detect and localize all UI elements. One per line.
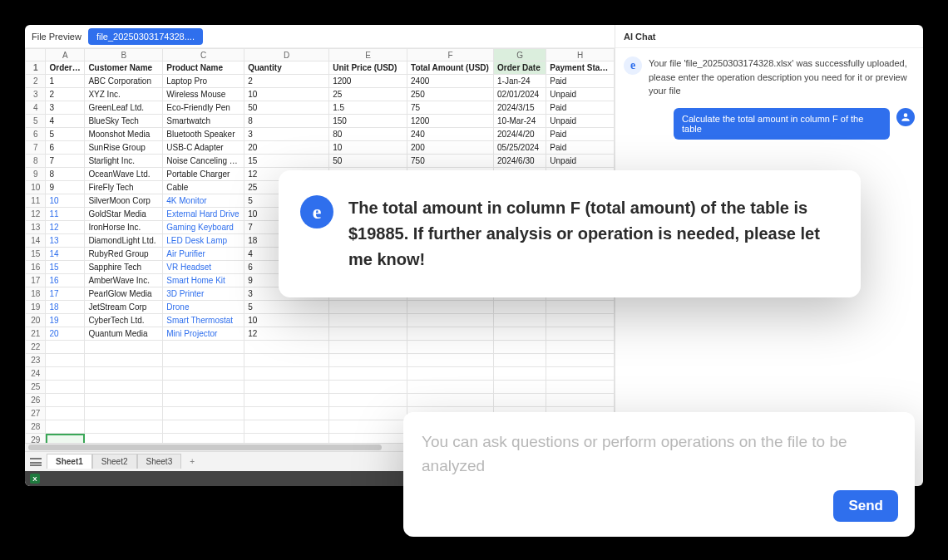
cell[interactable]: Laptop Pro [163, 75, 244, 88]
cell[interactable]: 05/25/2024 [494, 141, 546, 155]
cell[interactable]: 3D Printer [163, 287, 244, 301]
cell[interactable]: RubyRed Group [85, 248, 163, 261]
cell[interactable] [163, 407, 244, 420]
column-header[interactable]: E [329, 49, 407, 61]
cell[interactable]: 1200 [407, 115, 494, 128]
cell[interactable] [494, 367, 546, 381]
cell[interactable]: ABC Corporation [85, 75, 163, 88]
row-number[interactable]: 22 [26, 341, 46, 354]
cell[interactable]: Unpaid [546, 88, 615, 101]
cell[interactable] [407, 354, 494, 367]
cell[interactable] [163, 381, 244, 394]
cell[interactable]: 2024/6/30 [494, 155, 546, 168]
column-header[interactable]: A [46, 49, 85, 61]
row-number[interactable]: 14 [26, 234, 46, 248]
header-cell[interactable]: Order ID [46, 61, 85, 75]
cell[interactable]: 12 [46, 221, 85, 234]
cell[interactable] [329, 420, 407, 434]
cell[interactable]: 9 [46, 181, 85, 194]
cell[interactable] [407, 314, 494, 327]
row-number[interactable]: 20 [26, 314, 46, 327]
row-number[interactable]: 25 [26, 381, 46, 394]
cell[interactable]: 16 [46, 274, 85, 287]
cell[interactable] [46, 407, 85, 420]
cell[interactable]: Paid [546, 75, 615, 88]
cell[interactable]: Portable Charger [163, 168, 244, 181]
cell[interactable]: JetStream Corp [85, 301, 163, 314]
cell[interactable]: 14 [46, 248, 85, 261]
row-number[interactable]: 21 [26, 327, 46, 341]
cell[interactable]: 250 [407, 88, 494, 101]
cell[interactable] [329, 354, 407, 367]
row-number[interactable]: 4 [26, 101, 46, 115]
cell[interactable] [494, 327, 546, 341]
cell[interactable]: 10 [329, 141, 407, 155]
cell[interactable] [329, 394, 407, 407]
cell[interactable]: 02/01/2024 [494, 88, 546, 101]
cell[interactable]: AmberWave Inc. [85, 274, 163, 287]
cell[interactable] [244, 420, 329, 434]
cell[interactable]: 10-Mar-24 [494, 115, 546, 128]
cell[interactable]: Eco-Friendly Pen [163, 101, 244, 115]
cell[interactable] [407, 394, 494, 407]
cell[interactable] [85, 354, 163, 367]
row-number[interactable]: 17 [26, 274, 46, 287]
row-number[interactable]: 26 [26, 394, 46, 407]
cell[interactable] [494, 301, 546, 314]
cell[interactable]: 1200 [329, 75, 407, 88]
cell[interactable] [546, 301, 615, 314]
header-cell[interactable]: Quantity [244, 61, 329, 75]
cell[interactable]: Smartwatch [163, 115, 244, 128]
column-header[interactable]: B [85, 49, 163, 61]
header-cell[interactable]: Order Date [494, 61, 546, 75]
cell[interactable]: 18 [46, 301, 85, 314]
row-number[interactable]: 10 [26, 181, 46, 194]
row-number[interactable]: 19 [26, 301, 46, 314]
cell[interactable] [46, 420, 85, 434]
row-number[interactable]: 18 [26, 287, 46, 301]
cell[interactable] [163, 367, 244, 381]
cell[interactable] [244, 407, 329, 420]
cell[interactable] [407, 341, 494, 354]
row-number[interactable]: 5 [26, 115, 46, 128]
cell[interactable]: Sapphire Tech [85, 261, 163, 274]
cell[interactable] [46, 341, 85, 354]
cell[interactable] [46, 381, 85, 394]
cell[interactable] [163, 434, 244, 444]
cell[interactable] [546, 327, 615, 341]
cell[interactable]: DiamondLight Ltd. [85, 234, 163, 248]
cell[interactable]: Cable [163, 181, 244, 194]
sheet-tab[interactable]: Sheet2 [92, 454, 137, 469]
cell[interactable] [494, 314, 546, 327]
cell[interactable]: Mini Projector [163, 327, 244, 341]
row-number[interactable]: 7 [26, 141, 46, 155]
header-cell[interactable]: Payment Status [546, 61, 615, 75]
cell[interactable] [85, 434, 163, 444]
cell[interactable]: 15 [244, 155, 329, 168]
cell[interactable] [244, 434, 329, 444]
cell[interactable]: 5 [46, 128, 85, 141]
cell[interactable]: Unpaid [546, 155, 615, 168]
cell[interactable] [244, 354, 329, 367]
cell[interactable]: Paid [546, 128, 615, 141]
cell[interactable] [546, 394, 615, 407]
cell[interactable]: 8 [244, 115, 329, 128]
row-number[interactable]: 1 [26, 61, 46, 75]
row-number[interactable]: 2 [26, 75, 46, 88]
cell[interactable]: 1 [46, 75, 85, 88]
scrollbar-thumb[interactable] [28, 445, 382, 450]
cell[interactable] [244, 394, 329, 407]
select-all-cell[interactable] [26, 49, 46, 61]
cell[interactable]: 4K Monitor [163, 194, 244, 208]
cell[interactable] [546, 367, 615, 381]
cell[interactable]: Wireless Mouse [163, 88, 244, 101]
cell[interactable] [546, 354, 615, 367]
cell[interactable] [329, 327, 407, 341]
cell[interactable] [494, 394, 546, 407]
cell[interactable]: 7 [46, 155, 85, 168]
cell[interactable] [329, 381, 407, 394]
header-cell[interactable]: Customer Name [85, 61, 163, 75]
cell[interactable]: Bluetooth Speaker [163, 128, 244, 141]
cell[interactable]: GoldStar Media [85, 208, 163, 221]
cell[interactable]: 10 [244, 314, 329, 327]
